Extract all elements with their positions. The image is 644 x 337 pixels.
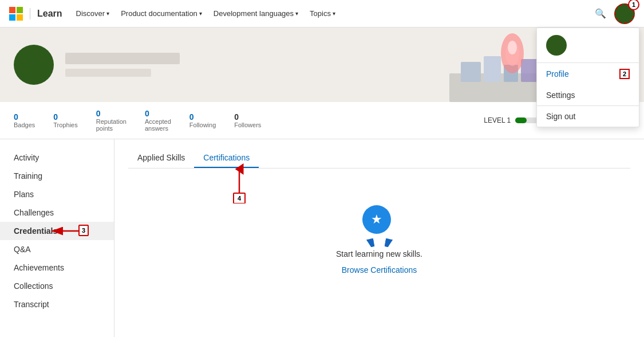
- microsoft-logo: [9, 7, 23, 21]
- sidebar-item-challenges[interactable]: Challenges: [0, 203, 114, 222]
- sidebar-item-training[interactable]: Training: [0, 167, 114, 185]
- tab-applied-skills[interactable]: Applied Skills: [128, 148, 194, 168]
- stat-followers: 0 Followers: [234, 112, 261, 128]
- svg-rect-1: [461, 62, 481, 82]
- stat-reputation: 0 Reputation points: [96, 109, 127, 132]
- nav-bar: Learn Discover ▾ Product documentation ▾…: [0, 0, 644, 28]
- empty-state: ★ Start learning new skills. Browse Cert…: [128, 182, 630, 297]
- sidebar-item-plans[interactable]: Plans: [0, 185, 114, 203]
- hero-sub-bar: [65, 69, 151, 77]
- nav-link-discover[interactable]: Discover ▾: [72, 7, 114, 20]
- stat-badges: 0 Badges: [14, 112, 35, 128]
- nav-logo: Learn: [9, 7, 62, 21]
- signout-menu-item[interactable]: Sign out: [537, 106, 639, 127]
- stat-accepted-answers: 0 Accepted answers: [145, 109, 171, 132]
- nav-link-product-docs[interactable]: Product documentation ▾: [116, 7, 207, 20]
- tab-certifications[interactable]: Certifications: [194, 148, 259, 168]
- hero-name-bar: [65, 53, 180, 64]
- settings-menu-item[interactable]: Settings: [537, 85, 639, 105]
- main-content: Activity Training Plans Challenges Crede…: [0, 139, 644, 337]
- hero-avatar: [14, 45, 54, 85]
- certification-badge-icon: ★: [362, 205, 397, 242]
- nav-links: Discover ▾ Product documentation ▾ Devel…: [72, 7, 340, 20]
- svg-rect-2: [484, 56, 501, 82]
- site-title: Learn: [37, 9, 62, 19]
- profile-badge-2: 2: [619, 69, 630, 79]
- dropdown-avatar: [546, 35, 567, 56]
- dropdown-header: [537, 28, 639, 62]
- avatar-badge-1: 1: [628, 0, 639, 10]
- profile-menu-item[interactable]: Profile 2: [537, 63, 639, 85]
- tabs-bar: Applied Skills Certifications: [128, 148, 630, 168]
- sidebar-item-collections[interactable]: Collections: [0, 277, 114, 295]
- sidebar-item-activity[interactable]: Activity: [0, 148, 114, 167]
- sidebar-item-qa[interactable]: Q&A: [0, 240, 114, 258]
- sidebar-item-transcript[interactable]: Transcript: [0, 295, 114, 314]
- stat-following: 0 Following: [189, 112, 216, 128]
- level-label: LEVEL 1: [484, 116, 511, 124]
- hero-name-area: [65, 53, 180, 77]
- svg-point-10: [508, 41, 517, 54]
- level-bar-inner: [515, 117, 527, 123]
- user-avatar-button[interactable]: 1: [614, 3, 635, 24]
- sidebar-item-credentials[interactable]: Credentials: [0, 222, 114, 240]
- nav-link-topics[interactable]: Topics ▾: [305, 7, 340, 20]
- search-icon[interactable]: 🔍: [591, 5, 610, 22]
- empty-state-text: Start learning new skills.: [336, 249, 422, 258]
- sidebar: Activity Training Plans Challenges Crede…: [0, 139, 114, 337]
- content-area: Applied Skills Certifications ★ Start le…: [114, 139, 644, 337]
- user-dropdown-menu: Profile 2 Settings Sign out: [536, 28, 639, 127]
- stat-trophies: 0 Trophies: [53, 112, 77, 128]
- nav-link-dev-languages[interactable]: Development languages ▾: [209, 7, 303, 20]
- nav-divider: [30, 8, 30, 19]
- sidebar-item-achievements[interactable]: Achievements: [0, 258, 114, 277]
- browse-certifications-link[interactable]: Browse Certifications: [342, 265, 417, 275]
